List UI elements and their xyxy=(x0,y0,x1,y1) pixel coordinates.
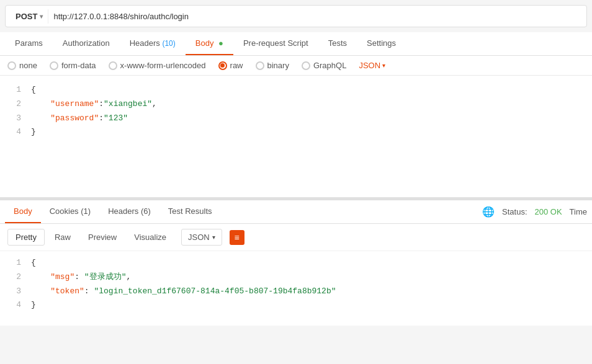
top-tab-bar: Params Authorization Headers (10) Body ●… xyxy=(0,32,592,56)
req-line-3: 3 "password":"123" xyxy=(0,112,592,126)
response-section: Body Cookies (1) Headers (6) Test Result… xyxy=(0,200,592,326)
json-fmt-chevron: ▾ xyxy=(212,234,215,241)
resp-line-3: 3 "token": "login_token_d1f67607-814a-4f… xyxy=(0,285,592,299)
option-raw[interactable]: raw xyxy=(218,61,243,70)
response-tab-bar: Body Cookies (1) Headers (6) Test Result… xyxy=(0,200,592,224)
globe-icon: 🌐 xyxy=(482,206,495,218)
json-format-dropdown[interactable]: JSON ▾ xyxy=(181,229,222,246)
fmt-visualize[interactable]: Visualize xyxy=(127,229,174,245)
resp-tab-body[interactable]: Body xyxy=(5,200,41,223)
status-label: Status: xyxy=(502,207,527,216)
req-line-2: 2 "username":"xiangbei", xyxy=(0,97,592,112)
status-area: 🌐 Status: 200 OK Time xyxy=(482,206,587,218)
json-fmt-label: JSON xyxy=(188,233,210,242)
req-line-4: 4 } xyxy=(0,125,592,140)
request-code-editor[interactable]: 1 { 2 "username":"xiangbei", 3 "password… xyxy=(0,76,592,200)
method-select[interactable]: POST ▾ xyxy=(11,9,48,24)
radio-urlencoded xyxy=(109,61,117,70)
url-input[interactable] xyxy=(53,12,581,21)
option-binary[interactable]: binary xyxy=(256,61,289,70)
radio-binary xyxy=(256,61,264,70)
radio-none xyxy=(7,61,16,70)
url-bar: POST ▾ xyxy=(5,5,587,27)
option-graphql[interactable]: GraphQL xyxy=(302,61,346,70)
tab-tests[interactable]: Tests xyxy=(318,32,357,55)
method-chevron: ▾ xyxy=(40,13,43,20)
req-line-1: 1 { xyxy=(0,83,592,97)
tab-prerequest[interactable]: Pre-request Script xyxy=(233,32,318,55)
fmt-preview[interactable]: Preview xyxy=(81,229,124,245)
tab-settings[interactable]: Settings xyxy=(357,32,406,55)
body-dot: ● xyxy=(218,38,223,48)
resp-tab-cookies[interactable]: Cookies (1) xyxy=(41,200,99,223)
method-label: POST xyxy=(16,12,37,21)
resp-line-4: 4 } xyxy=(0,298,592,313)
radio-raw xyxy=(218,61,227,70)
json-label: JSON xyxy=(359,61,380,70)
tab-body[interactable]: Body ● xyxy=(186,32,233,55)
fmt-raw[interactable]: Raw xyxy=(47,229,78,245)
json-dropdown[interactable]: JSON ▾ xyxy=(359,61,385,70)
response-code-editor: 1 { 2 "msg": "登录成功", 3 "token": "login_t… xyxy=(0,251,592,326)
wrap-icon[interactable]: ≡ xyxy=(230,230,244,245)
resp-tab-testresults[interactable]: Test Results xyxy=(159,200,221,223)
body-options-bar: none form-data x-www-form-urlencoded raw… xyxy=(0,56,592,76)
radio-graphql xyxy=(302,61,310,70)
option-none[interactable]: none xyxy=(7,61,37,70)
status-value: 200 OK xyxy=(535,207,562,216)
option-urlencoded[interactable]: x-www-form-urlencoded xyxy=(109,61,206,70)
radio-form-data xyxy=(50,61,58,70)
resp-line-1: 1 { xyxy=(0,256,592,270)
tab-headers[interactable]: Headers (10) xyxy=(120,32,186,55)
json-chevron: ▾ xyxy=(382,62,385,69)
option-form-data[interactable]: form-data xyxy=(50,61,96,70)
resp-tab-headers[interactable]: Headers (6) xyxy=(99,200,159,223)
response-format-bar: Pretty Raw Preview Visualize JSON ▾ ≡ xyxy=(0,224,592,251)
resp-line-2: 2 "msg": "登录成功", xyxy=(0,270,592,285)
tab-params[interactable]: Params xyxy=(5,32,53,55)
time-label: Time xyxy=(570,207,587,216)
fmt-pretty[interactable]: Pretty xyxy=(7,229,45,246)
tab-authorization[interactable]: Authorization xyxy=(53,32,120,55)
